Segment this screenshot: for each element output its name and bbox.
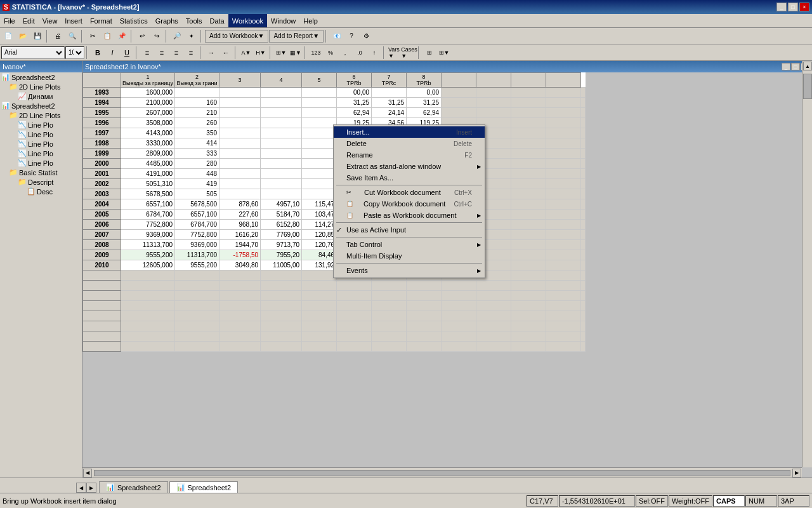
cell-2003-c4[interactable] xyxy=(261,189,302,199)
cell-2007-c5[interactable]: 120,85 xyxy=(302,230,337,240)
ctx-save-item[interactable]: Save Item As... xyxy=(334,172,485,184)
format-cells-3[interactable]: , xyxy=(338,46,352,60)
col-header-3[interactable]: 3 xyxy=(219,73,261,88)
col-header-empty4[interactable] xyxy=(546,73,581,88)
scroll-up-arrow[interactable]: ▲ xyxy=(803,62,812,70)
empty-row-1-col-11[interactable] xyxy=(511,281,546,291)
empty-row-5-col-1[interactable] xyxy=(121,321,175,331)
empty-cell-1995-1[interactable] xyxy=(476,108,511,118)
cell-1998-c5[interactable] xyxy=(302,138,337,149)
tool-btn1[interactable]: ✦ xyxy=(185,29,199,43)
empty-cell-2010-4[interactable] xyxy=(581,260,586,271)
empty-cell-2005-3[interactable] xyxy=(546,210,581,220)
justify-button[interactable]: ≡ xyxy=(184,46,198,60)
copy-button[interactable]: 📋 xyxy=(100,29,114,43)
align-center-button[interactable]: ≡ xyxy=(155,46,169,60)
cell-1994-c8[interactable]: 31,25 xyxy=(407,98,442,108)
empty-row-1-col-6[interactable] xyxy=(337,281,372,291)
empty-cell-2007-3[interactable] xyxy=(546,230,581,240)
cell-1999-c4[interactable] xyxy=(261,149,302,159)
empty-cell-2010-3[interactable] xyxy=(546,260,581,271)
cell-1994-c4[interactable] xyxy=(261,98,302,108)
empty-row-0-col-13[interactable] xyxy=(581,271,586,281)
empty-row-0-col-5[interactable] xyxy=(302,271,337,281)
minimize-button[interactable]: _ xyxy=(776,3,787,11)
cell-1995-c6[interactable]: 62,94 xyxy=(337,108,372,118)
cell-2010-c3[interactable]: 3049,80 xyxy=(219,260,261,271)
empty-row-1-col-1[interactable] xyxy=(121,281,175,291)
cell-2005-c2[interactable]: 6557,100 xyxy=(175,210,219,220)
empty-row-6-col-8[interactable] xyxy=(407,331,442,342)
empty-cell-1994-2[interactable] xyxy=(511,98,546,108)
cell-2001-c1[interactable]: 4191,000 xyxy=(121,169,175,179)
empty-row-6-col-2[interactable] xyxy=(175,331,219,342)
empty-row-2-col-12[interactable] xyxy=(546,291,581,301)
redo-button[interactable]: ↪ xyxy=(150,29,164,43)
empty-row-7-col-5[interactable] xyxy=(302,342,337,352)
empty-row-6-col-3[interactable] xyxy=(219,331,261,342)
cell-2005-c1[interactable]: 6784,700 xyxy=(121,210,175,220)
empty-cell-1993-4[interactable] xyxy=(581,88,586,98)
empty-row-6-col-6[interactable] xyxy=(337,331,372,342)
menu-statistics[interactable]: Statistics xyxy=(116,14,152,27)
menu-insert[interactable]: Insert xyxy=(61,14,86,27)
cell-1993-c4[interactable] xyxy=(261,88,302,98)
empty-row-4-col-11[interactable] xyxy=(511,311,546,321)
empty-row-7-col-12[interactable] xyxy=(546,342,581,352)
empty-row-3-col-6[interactable] xyxy=(337,301,372,311)
empty-cell-2006-2[interactable] xyxy=(511,220,546,230)
empty-row-0-col-4[interactable] xyxy=(261,271,302,281)
empty-row-3-col-11[interactable] xyxy=(511,301,546,311)
empty-cell-2003-4[interactable] xyxy=(581,189,586,199)
undo-button[interactable]: ↩ xyxy=(135,29,149,43)
tree-item-desc[interactable]: 📋 Desc xyxy=(0,187,82,196)
print-button[interactable]: 🖨 xyxy=(51,29,65,43)
sheet-btn2[interactable]: ⊞▼ xyxy=(437,46,451,60)
menu-graphs[interactable]: Graphs xyxy=(152,14,182,27)
cell-2007-c1[interactable]: 9369,000 xyxy=(121,230,175,240)
cell-1993-c3[interactable] xyxy=(219,88,261,98)
help-button[interactable]: ? xyxy=(344,29,358,43)
add-report-button[interactable]: Add to Report ▼ xyxy=(269,30,324,43)
cell-2007-c4[interactable]: 7769,00 xyxy=(261,230,302,240)
cell-2010-c5[interactable]: 131,92 xyxy=(302,260,337,271)
empty-row-6-col-5[interactable] xyxy=(302,331,337,342)
cell-1998-c2[interactable]: 414 xyxy=(175,138,219,149)
col-header-2[interactable]: 2 Выезд за грани xyxy=(175,73,219,88)
save-button[interactable]: 💾 xyxy=(30,29,44,43)
cell-1994-c7[interactable]: 31,25 xyxy=(372,98,407,108)
cell-1999-c1[interactable]: 2809,000 xyxy=(121,149,175,159)
empty-cell-1993-3[interactable] xyxy=(546,88,581,98)
empty-cell-2001-3[interactable] xyxy=(546,169,581,179)
empty-row-1-col-3[interactable] xyxy=(219,281,261,291)
tree-item-line4[interactable]: 📉 Line Plo xyxy=(0,149,82,158)
col-header-7[interactable]: 7 TPRc xyxy=(372,73,407,88)
ctx-cut[interactable]: ✂ Cut Workbook document Ctrl+X xyxy=(334,187,485,198)
italic-button[interactable]: I xyxy=(105,46,119,60)
maximize-button[interactable]: □ xyxy=(788,3,798,11)
empty-row-6-col-7[interactable] xyxy=(372,331,407,342)
empty-row-7-col-8[interactable] xyxy=(407,342,442,352)
cell-2003-c5[interactable] xyxy=(302,189,337,199)
empty-cell-2004-2[interactable] xyxy=(511,199,546,210)
scroll-right-arrow[interactable]: ▶ xyxy=(792,469,801,478)
empty-row-5-col-10[interactable] xyxy=(476,321,511,331)
empty-cell-1997-3[interactable] xyxy=(546,128,581,138)
cell-2008-c1[interactable]: 11313,700 xyxy=(121,240,175,250)
cell-1998-c4[interactable] xyxy=(261,138,302,149)
tab-scroll-left[interactable]: ◀ xyxy=(76,483,86,493)
cell-2009-c3[interactable]: -1758,50 xyxy=(219,250,261,260)
empty-row-6-col-12[interactable] xyxy=(546,331,581,342)
cell-2008-c4[interactable]: 9713,70 xyxy=(261,240,302,250)
empty-row-2-col-13[interactable] xyxy=(581,291,586,301)
indent-button[interactable]: → xyxy=(204,46,218,60)
format-cells-1[interactable]: 123 xyxy=(309,46,323,60)
empty-row-5-col-8[interactable] xyxy=(407,321,442,331)
cell-1999-c3[interactable] xyxy=(219,149,261,159)
cell-1993-c2[interactable] xyxy=(175,88,219,98)
ctx-extract[interactable]: Extract as stand-alone window xyxy=(334,161,485,172)
empty-cell-1997-2[interactable] xyxy=(511,128,546,138)
cell-2008-c5[interactable]: 120,76 xyxy=(302,240,337,250)
print-preview-button[interactable]: 🔍 xyxy=(65,29,79,43)
cell-2003-c2[interactable]: 505 xyxy=(175,189,219,199)
